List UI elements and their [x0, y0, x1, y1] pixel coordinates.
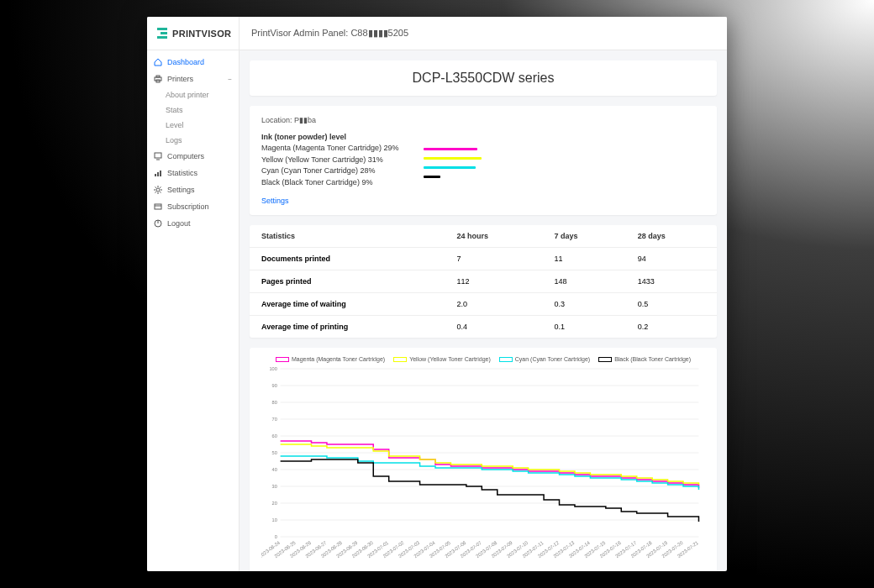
legend-swatch-icon — [598, 357, 612, 362]
svg-rect-7 — [160, 171, 161, 176]
toner-history-chart: 01020304050607080901002023-06-242023-06-… — [261, 365, 705, 567]
card-icon — [154, 202, 162, 211]
main-content: DCP-L3550CDW series Location: P▮▮ba Ink … — [240, 50, 727, 571]
chart-icon — [154, 169, 162, 177]
stats-header-cell: 28 days — [626, 225, 717, 248]
legend-label: Yellow (Yellow Toner Cartridge) — [409, 356, 491, 362]
sidebar-label-subscription: Subscription — [167, 202, 209, 211]
printer-info-card: Location: P▮▮ba Ink (toner powder) level… — [250, 106, 717, 215]
ink-label: Yellow (Yellow Toner Cartridge) 31% — [261, 155, 398, 166]
sidebar: Dashboard Printers − About printer Stats… — [147, 50, 240, 571]
legend-item: Yellow (Yellow Toner Cartridge) — [393, 356, 491, 362]
ink-label: Magenta (Magenta Toner Cartridge) 29% — [261, 143, 398, 155]
svg-text:50: 50 — [272, 450, 278, 455]
page-title-card: DCP-L3550CDW series — [250, 60, 717, 96]
table-row: Average time of printing0.40.10.2 — [250, 316, 717, 339]
svg-rect-1 — [156, 76, 160, 77]
chart-card: Magenta (Magenta Toner Cartridge)Yellow … — [250, 348, 717, 571]
sidebar-item-printers[interactable]: Printers − — [147, 71, 239, 87]
stats-cell: 2.0 — [445, 293, 542, 316]
app-window: PRINTVISOR PrintVisor Admin Panel: C88▮▮… — [147, 17, 727, 571]
stats-cell: 7 — [445, 248, 542, 270]
monitor-icon — [154, 152, 162, 160]
gear-icon — [154, 186, 162, 194]
ink-bar-row — [424, 144, 705, 154]
logo-mark-icon — [157, 28, 167, 39]
stats-cell: 148 — [543, 270, 626, 293]
stats-header-cell: 7 days — [543, 225, 626, 248]
stats-row-label: Average time of printing — [250, 316, 445, 339]
location-text: Location: P▮▮ba — [261, 116, 705, 124]
legend-label: Magenta (Magenta Toner Cartridge) — [292, 356, 385, 362]
svg-text:20: 20 — [272, 501, 278, 506]
table-row: Average time of waiting2.00.30.5 — [250, 293, 717, 316]
stats-cell: 0.3 — [543, 293, 626, 316]
ink-bar — [424, 148, 477, 150]
legend-item: Cyan (Cyan Toner Cartridge) — [499, 356, 590, 362]
svg-text:0: 0 — [275, 534, 278, 539]
stats-header-cell: Statistics — [250, 225, 445, 248]
svg-rect-6 — [157, 172, 159, 176]
table-row: Pages printed1121481433 — [250, 270, 717, 293]
sidebar-sub-stats[interactable]: Stats — [147, 102, 239, 118]
svg-rect-5 — [155, 174, 156, 176]
sidebar-item-settings[interactable]: Settings — [147, 181, 239, 198]
ink-label: Black (Black Toner Cartridge) 9% — [261, 177, 398, 189]
sidebar-label-logout: Logout — [167, 219, 191, 228]
sidebar-label-computers: Computers — [167, 152, 204, 160]
stats-cell: 112 — [445, 270, 542, 293]
stats-cell: 94 — [626, 248, 717, 270]
svg-point-8 — [156, 188, 160, 192]
stats-cell: 0.2 — [626, 316, 717, 339]
sidebar-sub-level[interactable]: Level — [147, 118, 239, 133]
stats-row-label: Pages printed — [250, 270, 445, 293]
stats-table: Statistics24 hours7 days28 days Document… — [250, 225, 717, 338]
legend-label: Black (Black Toner Cartridge) — [614, 356, 691, 362]
sidebar-item-subscription[interactable]: Subscription — [147, 198, 239, 215]
power-icon — [154, 219, 162, 228]
sidebar-item-computers[interactable]: Computers — [147, 148, 239, 165]
svg-text:100: 100 — [269, 366, 277, 371]
legend-swatch-icon — [276, 357, 289, 362]
stats-cell: 0.4 — [445, 316, 542, 339]
table-row: Documents printed71194 — [250, 248, 717, 270]
stats-header-cell: 24 hours — [445, 225, 542, 248]
stats-row-label: Documents printed — [250, 248, 445, 270]
topbar: PRINTVISOR PrintVisor Admin Panel: C88▮▮… — [147, 17, 727, 50]
ink-label: Cyan (Cyan Toner Cartridge) 28% — [261, 165, 398, 177]
ink-text-list: Magenta (Magenta Toner Cartridge) 29%Yel… — [261, 143, 398, 188]
stats-cell: 0.1 — [543, 316, 626, 339]
minus-icon: − — [228, 76, 232, 83]
legend-item: Magenta (Magenta Toner Cartridge) — [276, 356, 385, 362]
settings-link[interactable]: Settings — [261, 197, 289, 205]
sidebar-label-printers: Printers — [167, 75, 193, 83]
sidebar-sub-logs[interactable]: Logs — [147, 133, 239, 148]
app-title: PrintVisor Admin Panel: C88▮▮▮▮5205 — [240, 28, 408, 39]
svg-rect-3 — [155, 153, 161, 158]
svg-text:40: 40 — [272, 467, 278, 472]
ink-bar-row — [424, 172, 705, 181]
stats-cell: 0.5 — [626, 293, 717, 316]
ink-bar — [424, 176, 440, 178]
brand-logo[interactable]: PRINTVISOR — [147, 17, 240, 50]
ink-bar-list — [424, 143, 705, 188]
ink-title: Ink (toner powder) level — [261, 133, 705, 141]
sidebar-label-settings: Settings — [167, 186, 195, 194]
stats-cell: 11 — [543, 248, 626, 270]
sidebar-label-statistics: Statistics — [167, 169, 197, 177]
chart-legend: Magenta (Magenta Toner Cartridge)Yellow … — [261, 356, 705, 362]
svg-text:10: 10 — [272, 517, 278, 522]
stats-row-label: Average time of waiting — [250, 293, 445, 316]
sidebar-label-dashboard: Dashboard — [167, 58, 204, 66]
svg-text:60: 60 — [272, 433, 278, 438]
sidebar-item-dashboard[interactable]: Dashboard — [147, 54, 239, 71]
ink-bar-row — [424, 163, 705, 172]
sidebar-sub-about[interactable]: About printer — [147, 87, 239, 102]
sidebar-item-logout[interactable]: Logout — [147, 215, 239, 232]
printer-icon — [154, 75, 162, 83]
sidebar-item-statistics[interactable]: Statistics — [147, 165, 239, 181]
stats-cell: 1433 — [626, 270, 717, 293]
stats-card: Statistics24 hours7 days28 days Document… — [250, 225, 717, 338]
home-icon — [154, 58, 162, 66]
svg-text:70: 70 — [272, 417, 278, 422]
